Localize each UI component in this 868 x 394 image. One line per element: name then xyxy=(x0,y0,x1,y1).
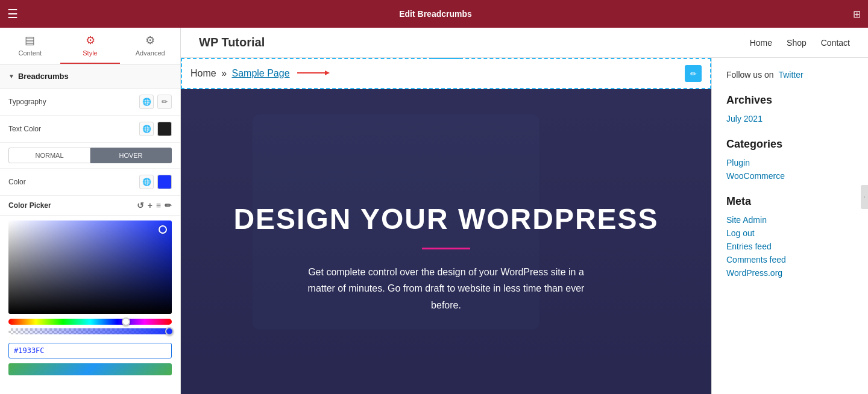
tab-style-label: Style xyxy=(83,49,97,57)
toggle-normal[interactable]: NORMAL xyxy=(8,148,90,163)
hex-input[interactable]: #1933FC xyxy=(8,343,172,358)
breadcrumb-current[interactable]: Sample Page xyxy=(232,68,290,78)
grid-icon[interactable]: ⊞ xyxy=(853,8,861,20)
hue-slider-wrap xyxy=(8,319,172,325)
meta-link-2[interactable]: Entries feed xyxy=(726,242,854,251)
wp-nav-links: Home Shop Contact xyxy=(750,38,850,48)
main-content: + ⊹ × Home » Sample Page xyxy=(181,58,711,394)
archives-heading: Archives xyxy=(726,94,854,107)
apply-color-button[interactable] xyxy=(8,363,172,375)
typography-edit-icon[interactable]: ✏ xyxy=(157,95,172,109)
color-picker-list-icon[interactable]: ≡ xyxy=(156,201,161,210)
typography-row: Typography 🌐 ✏ xyxy=(0,89,180,116)
nav-link-shop[interactable]: Shop xyxy=(787,38,807,48)
left-panel: ▤ Content ⚙ Style ⚙ Advanced ▼ Breadcrum… xyxy=(0,28,181,394)
hamburger-icon[interactable]: ☰ xyxy=(7,7,18,21)
meta-link-3[interactable]: Comments feed xyxy=(726,255,854,264)
sidebar-twitter-link[interactable]: Twitter xyxy=(778,70,803,80)
typography-label: Typography xyxy=(8,98,46,106)
page-wrapper: + ⊹ × Home » Sample Page xyxy=(181,58,868,394)
nav-link-contact[interactable]: Contact xyxy=(821,38,850,48)
state-toggle-row: NORMAL HOVER xyxy=(0,143,180,169)
section-title: Breadcrumbs xyxy=(18,72,69,81)
tab-content[interactable]: ▤ Content xyxy=(0,28,60,64)
hue-slider[interactable] xyxy=(8,319,172,325)
sidebar-section-categories: Categories Plugin WooCommerce xyxy=(726,138,854,181)
hero-description: Get complete control over the design of … xyxy=(295,264,597,313)
color-picker-title: Color Picker xyxy=(8,201,51,210)
typography-actions: 🌐 ✏ xyxy=(139,95,172,109)
content-area: WP Tutorial Home Shop Contact + ⊹ × xyxy=(181,28,868,394)
text-color-row: Text Color 🌐 xyxy=(0,116,180,143)
color-swatch[interactable] xyxy=(157,175,172,189)
text-color-globe-icon[interactable]: 🌐 xyxy=(139,122,154,136)
content-tab-icon: ▤ xyxy=(25,34,35,47)
right-sidebar: Follow us on Twitter Archives July 2021 … xyxy=(711,58,868,394)
site-title: WP Tutorial xyxy=(199,36,265,49)
tab-style[interactable]: ⚙ Style xyxy=(60,28,121,64)
meta-link-4[interactable]: WordPress.org xyxy=(726,268,854,278)
meta-link-0[interactable]: Site Admin xyxy=(726,215,854,225)
categories-link-0[interactable]: Plugin xyxy=(726,158,854,167)
color-globe-icon[interactable]: 🌐 xyxy=(139,175,154,189)
hero-section: DESIGN YOUR WORDPRESS Get complete contr… xyxy=(181,89,711,394)
alpha-slider[interactable] xyxy=(8,328,172,334)
sidebar-follow-text: Follow us on Twitter xyxy=(726,70,854,80)
color-picker-eyedropper-icon[interactable]: ✏ xyxy=(165,201,172,210)
wp-top-nav: WP Tutorial Home Shop Contact xyxy=(181,28,868,58)
typography-globe-icon[interactable]: 🌐 xyxy=(139,95,154,109)
color-label: Color xyxy=(8,178,26,186)
tab-content-label: Content xyxy=(19,49,42,57)
text-color-actions: 🌐 xyxy=(139,122,172,136)
color-picker-header-actions: ↺ + ≡ ✏ xyxy=(137,201,172,210)
alpha-slider-wrap xyxy=(8,328,172,334)
svg-marker-1 xyxy=(325,70,330,75)
nav-link-home[interactable]: Home xyxy=(750,38,772,48)
breadcrumb-separator: » xyxy=(221,68,227,78)
alpha-indicator xyxy=(165,327,174,336)
categories-heading: Categories xyxy=(726,138,854,151)
sidebar-section-archives: Archives July 2021 xyxy=(726,94,854,124)
meta-link-1[interactable]: Log out xyxy=(726,228,854,238)
advanced-tab-icon: ⚙ xyxy=(145,34,155,47)
top-bar: ☰ Edit Breadcrumbs ⊞ xyxy=(0,0,868,28)
sidebar-section-meta: Meta Site Admin Log out Entries feed Com… xyxy=(726,195,854,278)
text-color-swatch[interactable] xyxy=(157,122,172,136)
breadcrumb-controls: + ⊹ × xyxy=(432,58,461,59)
top-bar-title: Edit Breadcrumbs xyxy=(18,9,853,19)
breadcrumb-bar: + ⊹ × Home » Sample Page xyxy=(181,58,711,89)
breadcrumb-edit-button[interactable]: ✏ xyxy=(685,65,702,82)
section-collapse-arrow[interactable]: ▼ xyxy=(8,73,14,80)
toggle-hover[interactable]: HOVER xyxy=(90,148,172,163)
hero-content: DESIGN YOUR WORDPRESS Get complete contr… xyxy=(181,89,711,394)
color-picker-header: Color Picker ↺ + ≡ ✏ xyxy=(0,196,180,216)
style-tab-icon: ⚙ xyxy=(86,34,95,47)
hero-title: DESIGN YOUR WORDPRESS xyxy=(233,202,658,236)
color-canvas-indicator xyxy=(159,225,167,234)
color-picker-add-icon[interactable]: + xyxy=(148,201,153,210)
color-actions: 🌐 xyxy=(139,175,172,189)
panel-tabs: ▤ Content ⚙ Style ⚙ Advanced xyxy=(0,28,180,64)
meta-heading: Meta xyxy=(726,195,854,208)
color-picker-section: Color Picker ↺ + ≡ ✏ xyxy=(0,196,180,379)
color-picker-undo-icon[interactable]: ↺ xyxy=(137,201,144,210)
hero-divider xyxy=(422,248,470,249)
breadcrumb-text: Home » Sample Page xyxy=(190,68,330,80)
text-color-label: Text Color xyxy=(8,125,41,133)
breadcrumbs-section-header: ▼ Breadcrumbs xyxy=(0,64,180,89)
hex-row: #1933FC xyxy=(0,338,180,361)
breadcrumb-arrow-indicator xyxy=(297,68,330,79)
color-canvas[interactable] xyxy=(8,220,172,314)
breadcrumb-home[interactable]: Home xyxy=(190,68,216,78)
panel-content: ▼ Breadcrumbs Typography 🌐 ✏ Text Color … xyxy=(0,64,180,394)
categories-link-1[interactable]: WooCommerce xyxy=(726,171,854,181)
color-row: Color 🌐 xyxy=(0,169,180,196)
tab-advanced-label: Advanced xyxy=(136,49,165,57)
hue-indicator xyxy=(122,317,130,326)
archives-link-0[interactable]: July 2021 xyxy=(726,114,854,124)
tab-advanced[interactable]: ⚙ Advanced xyxy=(120,28,180,64)
